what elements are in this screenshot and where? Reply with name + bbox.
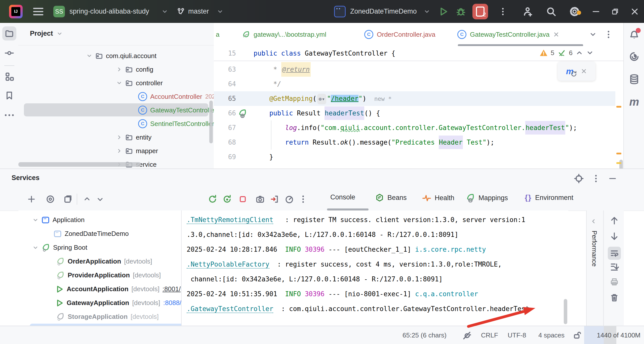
tab-console-active[interactable]: Console	[330, 193, 355, 201]
tree-item-folder[interactable]: controller	[116, 76, 163, 90]
hide-panel-button[interactable]	[608, 174, 617, 183]
project-switcher[interactable]: spring-cloud-alibaba-study	[69, 0, 149, 23]
main-menu-button[interactable]	[33, 0, 44, 23]
console-line[interactable]: 2025-02-24 10:28:17.846 INFO 30396 --- […	[187, 242, 486, 257]
collapse-all-button[interactable]	[96, 195, 104, 203]
close-icon[interactable]	[581, 68, 587, 74]
performance-gauge-icon[interactable]	[285, 195, 294, 204]
code-line-69[interactable]: }	[254, 150, 273, 164]
branch-switcher[interactable]: master	[188, 0, 209, 23]
console-line[interactable]: .3.0,channel:[id: 0x342a3e6e, L:/127.0.0…	[187, 227, 458, 242]
run-button[interactable]	[438, 0, 448, 23]
prev-problem-chevron[interactable]	[576, 49, 583, 57]
rerun-debug-button[interactable]	[222, 194, 232, 204]
tree-item-folder[interactable]: mapper	[116, 144, 158, 158]
close-window-button[interactable]	[630, 0, 639, 23]
memory-indicator[interactable]: 1440 of 4100M	[584, 326, 644, 344]
project-tool-button[interactable]	[2, 26, 16, 40]
notifications-bell-icon[interactable]	[629, 30, 639, 40]
tab-gatewaytestcontroller-active[interactable]: C GatewayTestController.java	[457, 23, 559, 46]
tree-item-package[interactable]: com.qiuli.account	[86, 49, 156, 63]
project-avatar[interactable]: SS	[53, 0, 65, 23]
service-node-orderapplication[interactable]: OrderApplication [devtools]	[56, 254, 152, 268]
code-line-65[interactable]: @GetMapping(⊕▾"/header") new *	[254, 91, 392, 106]
console-line[interactable]: .GatewayTestController : com.qiuli.accou…	[187, 302, 529, 316]
restore-window-button[interactable]	[611, 0, 619, 23]
indent-widget[interactable]: 4 spaces	[538, 326, 565, 344]
minimize-button[interactable]	[592, 0, 600, 23]
code-with-me-button[interactable]	[523, 0, 533, 23]
down-stack-trace-button[interactable]	[610, 232, 619, 241]
panel-options-kebab[interactable]	[594, 174, 598, 183]
search-everywhere-button[interactable]	[546, 0, 556, 23]
stop-process-button[interactable]	[238, 195, 247, 203]
close-icon[interactable]	[553, 31, 559, 38]
editor-options-kebab[interactable]	[607, 23, 610, 46]
tab-beans[interactable]: Beans	[375, 193, 407, 202]
service-node-providerapplication[interactable]: ProviderApplication [devtools]	[56, 268, 161, 282]
rerun-button[interactable]	[208, 194, 217, 204]
error-stripe[interactable]	[616, 46, 623, 168]
bookmarks-tool-button[interactable]	[5, 91, 14, 100]
horizontal-scrollbar[interactable]	[18, 162, 141, 167]
service-node-spring-boot[interactable]: Spring Boot	[32, 241, 87, 254]
up-stack-trace-button[interactable]	[610, 216, 619, 225]
more-actions-button[interactable]	[499, 0, 507, 23]
code-line-67[interactable]: log.info("com.qiuli.account.controller.G…	[254, 120, 577, 135]
open-in-new-tab-icon[interactable]	[63, 195, 72, 204]
print-console-button[interactable]	[610, 277, 619, 286]
code-line-64[interactable]: */	[254, 77, 281, 91]
tab-bootstrap-yml[interactable]: gateway\...\bootstrap.yml	[242, 23, 326, 46]
code-line-68[interactable]: return Result.ok().message("Predicates H…	[254, 135, 494, 150]
tab-health[interactable]: Health	[422, 193, 454, 202]
code-line-63[interactable]: * @return	[254, 62, 311, 77]
stop-button[interactable]: 2	[472, 0, 488, 23]
expand-all-button[interactable]	[83, 195, 91, 203]
code-line-15[interactable]: public class GatewayTestController {	[254, 46, 395, 61]
service-port-link[interactable]: :8001/	[163, 285, 181, 293]
tab-partial[interactable]: a	[216, 23, 219, 46]
unlocked-icon[interactable]	[573, 326, 582, 344]
tab-environment[interactable]: {} Environment	[525, 193, 573, 202]
console-line[interactable]: channel:[id: 0x342a3e6e, L:/127.0.0.1:60…	[187, 272, 442, 287]
project-panel-header[interactable]: Project	[30, 30, 63, 37]
tree-item-folder[interactable]: entity	[116, 131, 151, 144]
service-port-link[interactable]: :8088/	[163, 299, 181, 307]
tab-mappings[interactable]: Mappings	[466, 193, 508, 202]
soft-wrap-button-active[interactable]	[608, 247, 621, 260]
maven-tool-icon[interactable]: m	[629, 96, 639, 108]
service-node-gatewayapplication[interactable]: GatewayApplication [devtools] :8088/	[55, 296, 181, 310]
ai-assistant-icon[interactable]	[629, 52, 639, 62]
exit-process-icon[interactable]	[270, 195, 279, 204]
add-service-button[interactable]	[27, 195, 36, 203]
scroll-to-end-button[interactable]	[610, 263, 619, 272]
inspections-widget[interactable]: 5 6	[540, 49, 594, 57]
hidden-tabs-chevron[interactable]	[589, 23, 597, 46]
console-line[interactable]: 2025-02-24 10:51:35.901 INFO 30396 --- […	[187, 287, 478, 302]
thread-dump-camera-icon[interactable]	[256, 195, 265, 204]
run-configuration-selector[interactable]: ZonedDateTimeDemo	[350, 0, 417, 23]
debug-button[interactable]	[456, 0, 466, 23]
console-line[interactable]: .NettyPoolableFactory : register success…	[187, 257, 502, 272]
show-options-eye-icon[interactable]	[46, 195, 55, 204]
more-tool-windows-button[interactable]	[4, 113, 14, 117]
performance-vertical-tab[interactable]: Performance	[591, 231, 598, 267]
next-problem-chevron[interactable]	[586, 49, 594, 57]
vertical-scrollbar[interactable]	[209, 101, 213, 143]
console-line[interactable]: .TmNettyRemotingClient : register TM suc…	[187, 212, 525, 227]
line-ending-widget[interactable]: CRLF	[481, 326, 498, 344]
console-scrollbar[interactable]	[564, 299, 567, 324]
settings-button[interactable]	[569, 0, 580, 23]
request-mapping-gutter-icon[interactable]	[238, 109, 247, 118]
chevron-left-icon[interactable]	[590, 218, 597, 225]
tab-ordercontroller[interactable]: C OrderController.java	[364, 23, 435, 46]
target-icon[interactable]	[574, 174, 584, 183]
commit-tool-button[interactable]	[5, 48, 14, 58]
code-line-66[interactable]: public Result headerTest() {	[254, 106, 380, 120]
database-tool-icon[interactable]	[629, 74, 639, 84]
caret-position-widget[interactable]: 65:25 (6 chars)	[403, 326, 447, 344]
inspection-highlight-icon[interactable]	[462, 326, 472, 344]
service-node-application[interactable]: Application	[32, 213, 85, 227]
clear-console-button[interactable]	[610, 293, 619, 302]
tree-item-folder[interactable]: config	[116, 63, 153, 76]
